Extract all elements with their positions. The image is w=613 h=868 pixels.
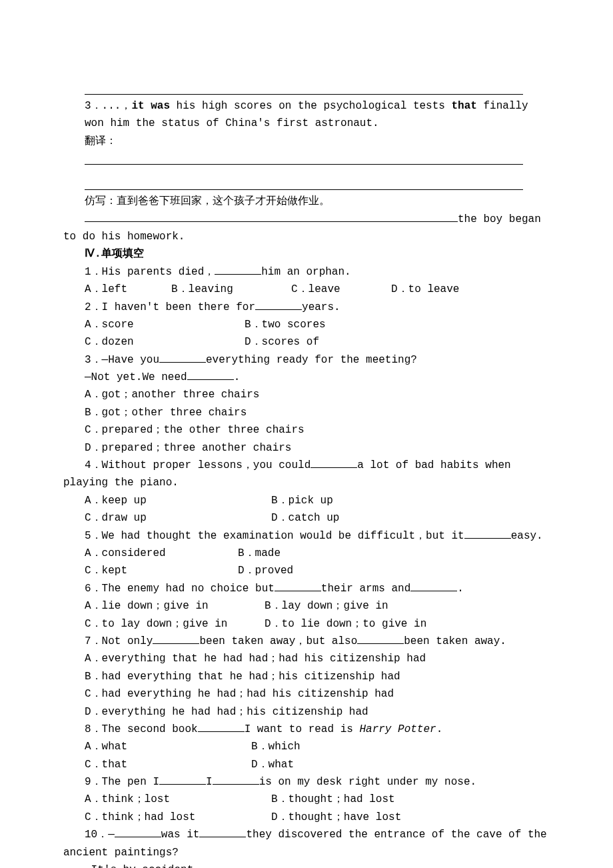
blank-line-top [85,80,523,95]
q8-options-row1: A．what B．which [63,738,550,755]
q2-stem: 2．I haven't been there foryears. [63,299,550,316]
q9-blank2[interactable] [213,774,259,785]
imitate-label: 仿写：直到爸爸下班回家，这个孩子才开始做作业。 [63,193,550,210]
q8-opt-a[interactable]: A．what [85,738,251,755]
q2-blank[interactable] [255,299,302,310]
q2-opt-b[interactable]: B．two scores [245,316,326,333]
q9-opt-a[interactable]: A．think；lost [85,791,271,808]
q6-opt-d[interactable]: D．to lie down；to give in [265,615,426,633]
q4-opt-d[interactable]: D．catch up [271,509,339,527]
q5-blank[interactable] [464,528,511,539]
q5-opt-d[interactable]: D．proved [238,562,293,579]
q8-stem: 8．The second bookI want to read is Harry… [63,721,550,738]
q1-opt-a[interactable]: A．left [85,281,171,298]
q3-opt-b[interactable]: B．got；other three chairs [63,404,550,421]
q3-opt-a[interactable]: A．got；another three chairs [63,386,550,403]
q3-opt-d[interactable]: D．prepared；three another chairs [63,439,550,457]
q5-text: 5．We had thought the examination would b… [85,530,464,542]
q1-stem: 1．His parents died，him an orphan. [63,263,550,281]
q4-opt-a[interactable]: A．keep up [85,492,271,509]
q7-mid: been taken away，but also [199,635,357,647]
q9-text: 9．The pen I [85,776,159,788]
q6-mid: their arms and [321,583,410,595]
q5-opt-a[interactable]: A．considered [85,545,238,562]
translate-blank-2[interactable] [85,175,523,190]
q7-blank2[interactable] [357,633,404,644]
q6-options-row2: C．to lay down；give in D．to lie down；to g… [63,615,550,633]
q10-stem: 10．—was itthey discovered the entrance o… [63,826,550,861]
q10-mid: was it [161,829,200,841]
q9-tail: is on my desk right under my nose. [259,776,476,788]
q2-text: 2．I haven't been there for [85,301,255,313]
q6-options-row1: A．lie down；give in B．lay down；give in [63,597,550,615]
imitate-blank[interactable] [85,211,458,222]
q6-blank2[interactable] [410,581,457,591]
q3b-blank[interactable] [159,352,206,363]
q8-opt-b[interactable]: B．which [251,738,301,755]
q3b-text2: —Not yet.We need [85,371,187,383]
q6-opt-b[interactable]: B．lay down；give in [265,597,388,615]
q9-opt-c[interactable]: C．think；had lost [85,809,271,826]
q3b-text: 3．—Have you [85,354,159,366]
q6-tail: . [457,583,464,595]
q5-options-row1: A．considered B．made [63,545,550,562]
q5-opt-b[interactable]: B．made [238,545,281,562]
q9-opt-b[interactable]: B．thought；had lost [271,791,395,808]
q8-options-row2: C．that D．what [63,756,550,773]
q4-opt-c[interactable]: C．draw up [85,509,271,527]
q10-blank1[interactable] [115,827,161,837]
q4-blank[interactable] [310,457,357,468]
q4-options-row1: A．keep up B．pick up [63,492,550,509]
q6-opt-a[interactable]: A．lie down；give in [85,597,265,615]
q3b-blank2[interactable] [187,369,234,380]
q1-options: A．left B．leaving C．leave D．to leave [63,281,550,298]
q6-opt-c[interactable]: C．to lay down；give in [85,615,265,633]
q2-options-row2: C．dozen D．scores of [63,333,550,351]
q1-opt-b[interactable]: B．leaving [171,281,291,298]
q6-stem: 6．The enemy had no choice buttheir arms … [63,580,550,597]
q7-opt-a[interactable]: A．everything that he had had；had his cit… [63,650,550,667]
q8-opt-c[interactable]: C．that [85,756,251,773]
q2-opt-a[interactable]: A．score [85,316,245,333]
q5-stem: 5．We had thought the examination would b… [63,527,550,545]
q10-text: 10．— [85,829,115,841]
q7-tail: been taken away. [404,635,506,647]
q9-stem: 9．The pen IIis on my desk right under my… [63,773,550,791]
q7-opt-b[interactable]: B．had everything that he had；his citizen… [63,668,550,685]
translate-blank-1[interactable] [85,150,523,165]
q10-blank2[interactable] [199,827,246,837]
q8-tail: I want to read is [245,723,360,735]
q8-blank[interactable] [198,721,245,732]
q7-opt-d[interactable]: D．everything he had had；his citizenship … [63,703,550,721]
q1-opt-d[interactable]: D．to leave [391,281,459,298]
q7-blank1[interactable] [153,633,199,644]
q7-opt-c[interactable]: C．had everything he had；had his citizens… [63,685,550,703]
q3-pre: 3．...， [85,100,131,112]
q6-text: 6．The enemy had no choice but [85,583,275,595]
q5-opt-c[interactable]: C．kept [85,562,238,579]
q3-mid1: his high scores on the psychological tes… [170,100,451,112]
q2-tail: years. [302,301,340,313]
q9-blank1[interactable] [159,774,206,785]
q4-text: 4．Without proper lessons，you could [85,459,310,471]
q2-opt-d[interactable]: D．scores of [245,333,319,351]
q1-blank[interactable] [215,264,261,275]
q3-opt-c[interactable]: C．prepared；the other three chairs [63,421,550,439]
q9-mid: I [206,776,213,788]
q8-opt-d[interactable]: D．what [251,756,294,773]
q3-bold2: that [451,100,476,112]
q3b-mid: everything ready for the meeting? [206,354,417,366]
q9-options-row1: A．think；lost B．thought；had lost [63,791,550,808]
q8-period: . [436,723,443,735]
q2-opt-c[interactable]: C．dozen [85,333,245,351]
q3-sentence: 3．...，it was his high scores on the psyc… [63,97,550,133]
q5-options-row2: C．kept D．proved [63,562,550,579]
q3-stem-2: —Not yet.We need. [63,369,550,386]
q8-italic: Harry Potter [359,723,436,735]
q4-opt-b[interactable]: B．pick up [271,492,333,509]
translate-label: 翻译： [63,133,550,150]
q1-opt-c[interactable]: C．leave [291,281,391,298]
q9-opt-d[interactable]: D．thought；have lost [271,809,401,826]
q6-blank1[interactable] [275,581,321,591]
imitate-fill-row: the boy began to do his homework. [63,211,550,246]
